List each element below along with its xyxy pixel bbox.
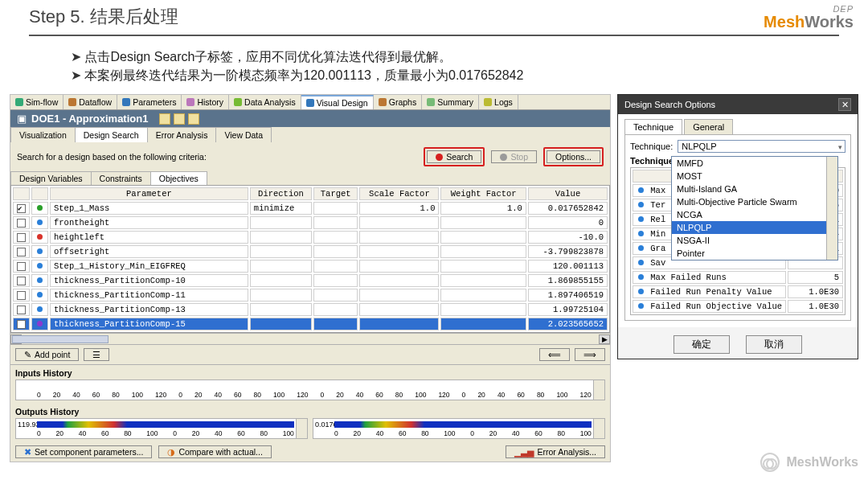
table-row[interactable]: offsetright-3.799823878 (13, 245, 608, 258)
option-pointer[interactable]: Pointer (672, 247, 837, 260)
tab-icon (427, 98, 435, 106)
module-tab-logs[interactable]: Logs (479, 95, 518, 109)
close-icon[interactable]: ✕ (838, 98, 851, 111)
table-row[interactable]: thickness_PartitionComp-111.897406519 (13, 289, 608, 302)
col-scale-factor[interactable]: Scale Factor (359, 187, 439, 200)
option-nsga-ii[interactable]: NSGA-II (672, 234, 837, 247)
row-checkbox[interactable] (17, 233, 26, 242)
row-checkbox[interactable] (17, 204, 26, 213)
table-row[interactable]: frontheight0 (13, 216, 608, 229)
tab-label: History (197, 97, 223, 107)
module-tab-visual-design[interactable]: Visual Design (301, 95, 374, 109)
table-row[interactable]: heightleft-10.0 (13, 231, 608, 244)
col-target[interactable]: Target (313, 187, 358, 200)
row-checkbox[interactable] (17, 219, 26, 228)
row-checkbox[interactable] (17, 248, 26, 256)
tick: 0 (178, 391, 182, 399)
table-row[interactable]: Step_1_History_Min_EIGFREQ120.001113 (13, 260, 608, 273)
options-button[interactable]: Options... (547, 150, 600, 163)
obj-tab-constraints[interactable]: Constraints (91, 171, 151, 185)
view-tab-visualization[interactable]: Visualization (10, 127, 76, 142)
error-analysis-button[interactable]: ▁▃▅Error Analysis... (506, 445, 605, 458)
prop-value[interactable]: 1.0E30 (788, 285, 843, 298)
row-checkbox[interactable] (17, 320, 26, 329)
history-toolbar: ✎Add point ☰ ⟸ ⟹ (10, 344, 610, 365)
h-scrollbar[interactable]: ◀ ▶ (10, 333, 610, 344)
option-mmfd[interactable]: MMFD (672, 157, 837, 170)
prop-value[interactable]: 1.0E30 (788, 300, 843, 313)
ok-button[interactable]: 确定 (674, 335, 730, 354)
table-row[interactable]: thickness_PartitionComp-152.023565652 (13, 318, 608, 330)
option-most[interactable]: MOST (672, 170, 837, 183)
prop-row[interactable]: Max Failed Runs5 (633, 271, 843, 284)
row-checkbox[interactable] (17, 291, 26, 300)
bullet-list: 点击Design Search子标签，应用不同优化算法迭代得到最优解。 本案例最… (0, 36, 868, 84)
option-multi-objective-particle-swarm[interactable]: Multi-Objective Particle Swarm (672, 195, 837, 208)
nav-prev-button[interactable]: ⟸ (539, 348, 570, 361)
obj-tab-objectives[interactable]: Objectives (150, 171, 207, 185)
dlg-tab-technique[interactable]: Technique (624, 119, 682, 134)
prop-row[interactable]: Failed Run Penalty Value1.0E30 (633, 285, 843, 298)
cell-target (313, 260, 358, 273)
tick: 100 (283, 429, 294, 437)
module-tab-data-analysis[interactable]: Data Analysis (229, 95, 301, 109)
tool-btn-a[interactable]: ☰ (84, 348, 109, 361)
cell-wf (440, 318, 526, 330)
prop-value[interactable]: 5 (788, 271, 843, 284)
row-checkbox[interactable] (17, 277, 26, 285)
tool-icon-3[interactable] (188, 113, 199, 125)
search-button[interactable]: Search (427, 150, 481, 163)
v-scrollbar[interactable] (593, 419, 604, 438)
col-direction[interactable]: Direction (250, 187, 312, 200)
prop-row[interactable]: Failed Run Objective Value1.0E30 (633, 300, 843, 313)
outputs-history-axis-right[interactable]: 0.01762 020406080100020406080100 (313, 418, 605, 439)
nav-next-button[interactable]: ⟹ (575, 348, 605, 361)
compare-actual-button[interactable]: ◑Compare with actual... (158, 445, 271, 458)
v-scrollbar[interactable] (296, 419, 307, 438)
option-multi-island-ga[interactable]: Multi-Island GA (672, 183, 837, 195)
table-row[interactable]: thickness_PartitionComp-101.869855155 (13, 274, 608, 287)
set-component-params-button[interactable]: ✖Set component parameters... (15, 445, 152, 458)
option-nlpqlp[interactable]: NLPQLP (672, 221, 837, 234)
tool-icon-2[interactable] (174, 113, 185, 125)
option-ncga[interactable]: NCGA (672, 208, 837, 221)
dlg-tab-general[interactable]: General (684, 119, 733, 134)
tick: 20 (192, 429, 199, 437)
dialog-title-bar[interactable]: Design Search Options ✕ (618, 95, 858, 114)
row-checkbox[interactable] (17, 306, 26, 314)
cell-target (313, 231, 358, 244)
inputs-history-axis[interactable]: 0204060801001200204060801001200204060801… (15, 379, 605, 400)
module-tab-history[interactable]: History (182, 95, 229, 109)
cancel-button[interactable]: 取消 (746, 335, 802, 354)
view-tab-design-search[interactable]: Design Search (75, 127, 148, 142)
cell-val: 2.023565652 (528, 318, 608, 330)
tick: 120 (438, 391, 449, 399)
tab-label: Sim-flow (26, 97, 58, 107)
scroll-right-icon[interactable]: ▶ (599, 334, 610, 344)
col-parameter[interactable]: Parameter (50, 187, 248, 200)
view-tab-strip: VisualizationDesign SearchError Analysis… (10, 127, 610, 142)
view-tab-error-analysis[interactable]: Error Analysis (147, 127, 217, 142)
module-tab-sim-flow[interactable]: Sim-flow (10, 95, 63, 109)
table-row[interactable]: Step_1_Massminimize1.01.00.017652842 (13, 202, 608, 215)
outputs-history-axis-left[interactable]: 119.93 020406080100020406080100 (15, 418, 308, 439)
module-tab-parameters[interactable]: Parameters (117, 95, 182, 109)
obj-tab-design-variables[interactable]: Design Variables (10, 171, 92, 185)
module-tab-summary[interactable]: Summary (422, 95, 479, 109)
table-row[interactable]: thickness_PartitionComp-131.99725104 (13, 303, 608, 316)
v-scrollbar[interactable] (593, 380, 604, 400)
tick: 40 (215, 429, 222, 437)
dropdown-scrollbar[interactable] (826, 157, 837, 260)
objectives-table[interactable]: ParameterDirectionTargetScale FactorWeig… (10, 185, 610, 333)
tool-icon-1[interactable] (159, 113, 170, 125)
technique-dropdown[interactable]: MMFDMOSTMulti-Island GAMulti-Objective P… (671, 156, 838, 261)
col-value[interactable]: Value (528, 187, 608, 200)
add-point-button[interactable]: ✎Add point (15, 348, 79, 361)
technique-select[interactable]: NLPQLP ▾ (678, 140, 845, 153)
module-tab-dataflow[interactable]: Dataflow (63, 95, 117, 109)
view-tab-view-data[interactable]: View Data (215, 127, 272, 142)
col-weight-factor[interactable]: Weight Factor (440, 187, 526, 200)
scroll-thumb[interactable] (12, 335, 108, 343)
module-tab-graphs[interactable]: Graphs (374, 95, 422, 109)
row-checkbox[interactable] (17, 262, 26, 271)
